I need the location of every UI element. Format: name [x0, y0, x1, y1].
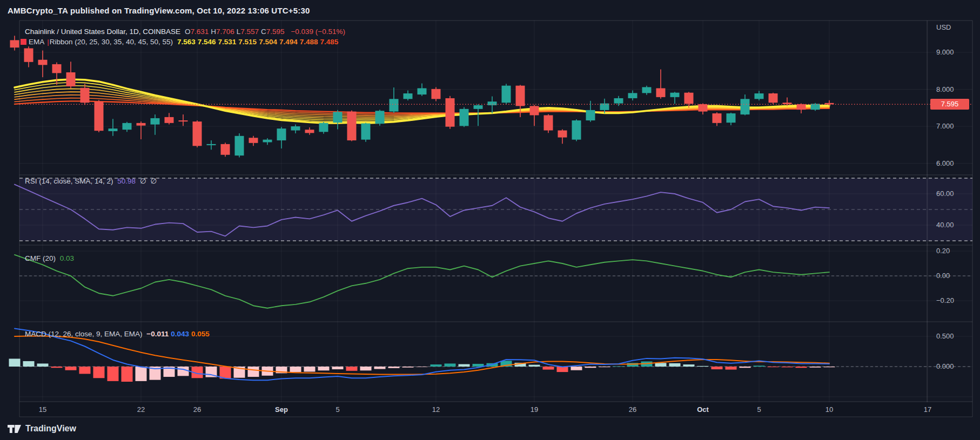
- macd-histogram-bar: [571, 367, 582, 370]
- candle-body: [249, 138, 258, 143]
- candle-body: [347, 112, 357, 140]
- chart-canvas[interactable]: [0, 0, 980, 440]
- macd-histogram-bar: [51, 367, 63, 368]
- rsi-legend[interactable]: RSI (14, close, SMA, 14, 2) 50.98 ∅ ∅: [25, 177, 159, 185]
- tradingview-logo[interactable]: TradingView: [8, 422, 76, 435]
- ohlc-key: C: [261, 28, 266, 36]
- candle-body: [502, 86, 511, 103]
- candle-body: [179, 120, 188, 121]
- axis-tick-label: 0.000: [936, 362, 954, 371]
- symbol-title: Chainlink / United States Dollar, 1D, CO…: [25, 28, 180, 36]
- macd-histogram-bar: [388, 367, 400, 368]
- candle-body: [642, 87, 652, 93]
- candle-body: [193, 121, 202, 146]
- rsi-value: 50.98: [117, 177, 136, 185]
- symbol-legend[interactable]: Chainlink / United States Dollar, 1D, CO…: [25, 28, 347, 36]
- time-tick-label: 22: [137, 405, 145, 414]
- candle-body: [544, 115, 553, 130]
- rsi-name: RSI (14, close, SMA, 14, 2): [25, 177, 113, 185]
- candle-body: [165, 117, 174, 123]
- time-tick-label: 19: [531, 405, 538, 414]
- candle-body: [825, 103, 834, 104]
- time-tick-label: 12: [432, 405, 440, 414]
- candle-body: [727, 113, 736, 123]
- candle-body: [207, 144, 216, 145]
- ema-ribbon-legend[interactable]: EMA | Ribbon (20, 25, 30, 35, 40, 45, 50…: [21, 38, 343, 46]
- candle-body: [291, 126, 300, 131]
- macd-histogram-bar: [711, 367, 723, 369]
- macd-histogram-bar: [9, 358, 21, 367]
- macd-histogram-bar: [402, 367, 414, 368]
- change-value: −0.039 (−0.51%): [291, 28, 345, 36]
- candle-body: [474, 105, 483, 109]
- axis-tick-label: 0.20: [936, 247, 950, 255]
- tradingview-wordmark: TradingView: [25, 424, 76, 434]
- macd-histogram-bar: [304, 367, 316, 372]
- time-tick-label: Oct: [697, 405, 709, 414]
- macd-histogram-bar: [23, 361, 35, 367]
- macd-histogram-bar: [431, 364, 442, 367]
- candle-body: [656, 88, 666, 97]
- axis-tick-label: 40.00: [936, 221, 954, 229]
- macd-histogram-bar: [459, 364, 470, 367]
- axis-tick-label: 0.00: [936, 272, 950, 280]
- candle-body: [404, 93, 413, 99]
- time-tick-label: 26: [629, 405, 636, 414]
- axis-tick-label: 6.000: [936, 159, 954, 168]
- candle-body: [699, 104, 708, 112]
- macd-histogram-bar: [332, 367, 344, 369]
- ema-value-40: 7.504: [259, 38, 277, 46]
- macd-histogram-bar: [445, 363, 456, 367]
- macd-value: 0.055: [191, 330, 210, 338]
- macd-histogram-bar: [79, 367, 91, 374]
- candle-body: [769, 93, 778, 103]
- macd-histogram-bar: [37, 363, 49, 367]
- candle-body: [333, 112, 343, 123]
- macd-value: 0.043: [171, 330, 189, 338]
- tradingview-published-chart: AMBCrypto_TA published on TradingView.co…: [0, 0, 980, 440]
- macd-histogram-bar: [796, 367, 807, 368]
- axis-tick-label: 9.000: [936, 48, 954, 57]
- last-price-badge: 7.595: [930, 99, 969, 110]
- cmf-legend[interactable]: CMF (20) 0.03: [25, 254, 76, 262]
- axis-tick-label: 8.000: [936, 85, 954, 94]
- axis-tick-label: 0.500: [936, 332, 954, 341]
- candle-body: [277, 128, 286, 140]
- ema-value-30: 7.531: [218, 38, 237, 46]
- candle-body: [530, 106, 539, 115]
- ema-value-20: 7.563: [177, 38, 196, 46]
- macd-histogram-bar: [669, 363, 681, 367]
- candle-body: [460, 109, 469, 126]
- candle-body: [558, 131, 567, 138]
- ohlc-value: 7.557: [240, 28, 259, 36]
- candle-body: [66, 72, 76, 86]
- macd-legend[interactable]: MACD (12, 26, close, 9, EMA, EMA) −0.011…: [25, 330, 214, 338]
- candle-body: [361, 124, 371, 140]
- macd-histogram-bar: [655, 363, 667, 367]
- macd-histogram-bar: [810, 367, 821, 368]
- candle-body: [572, 120, 581, 140]
- candle-body: [713, 113, 722, 123]
- cmf-line: [15, 255, 829, 308]
- candle-body: [488, 101, 497, 105]
- macd-histogram-bar: [697, 366, 709, 367]
- macd-histogram-bar: [178, 367, 189, 376]
- ema-value-35: 7.515: [238, 38, 257, 46]
- candle-body: [95, 101, 104, 131]
- cmf-value: 0.03: [60, 254, 74, 262]
- candle-body: [390, 99, 399, 111]
- candle-body: [797, 104, 806, 110]
- macd-histogram-bar: [599, 367, 610, 367]
- axis-tick-label: 60.00: [936, 189, 954, 198]
- macd-histogram-bar: [613, 366, 625, 367]
- time-tick-label: 17: [924, 405, 931, 414]
- ema-value-45: 7.494: [279, 38, 298, 46]
- candle-body: [375, 111, 385, 124]
- macd-histogram-bar: [360, 367, 372, 370]
- candle-body: [137, 123, 146, 126]
- time-scale[interactable]: 152226Sep5121926Oct51017: [19, 402, 972, 417]
- price-scale[interactable]: USD 9.0008.0007.0006.00060.0040.000.200.…: [927, 21, 972, 402]
- ema-values: 7.5637.5467.5317.5157.5047.4947.4887.485: [177, 38, 340, 46]
- macd-histogram-bar: [346, 367, 358, 371]
- macd-histogram-bar: [824, 367, 835, 367]
